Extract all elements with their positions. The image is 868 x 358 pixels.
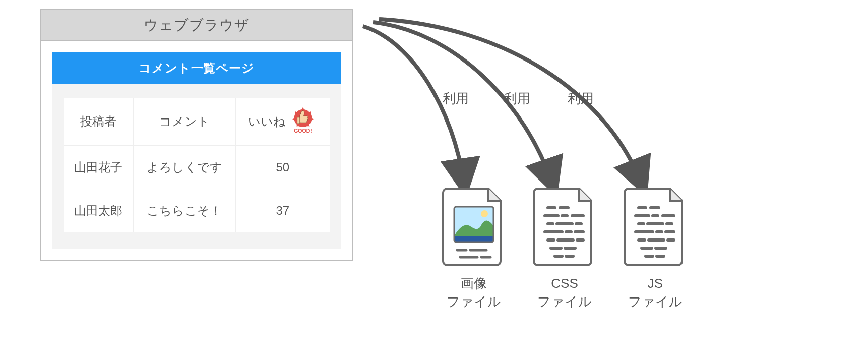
col-comment: コメント — [133, 98, 235, 146]
cell-comment: こちらこそ！ — [133, 189, 235, 232]
arrow-label-3: 利用 — [568, 90, 594, 107]
page-title: コメント一覧ページ — [139, 60, 255, 76]
file-image-label: 画像 ファイル — [447, 274, 501, 311]
browser-body: コメント一覧ページ 投稿者 コメント いいね — [41, 41, 352, 260]
arrow-label-2: 利用 — [504, 90, 530, 107]
image-file-icon — [442, 187, 506, 269]
table-header-row: 投稿者 コメント いいね — [64, 98, 330, 146]
comments-table: 投稿者 コメント いいね — [64, 98, 330, 232]
cell-comment: よろしくです — [133, 146, 235, 189]
svg-point-4 — [481, 210, 488, 217]
browser-titlebar: ウェブブラウザ — [41, 10, 352, 41]
good-badge-text: GOOD! — [294, 128, 313, 134]
arrow-label-1: 利用 — [443, 90, 469, 107]
files-row: 画像 ファイル CSS ファイル — [433, 187, 696, 311]
file-js-label: JS ファイル — [628, 274, 683, 311]
file-image: 画像 ファイル — [433, 187, 514, 311]
js-file-icon — [624, 187, 687, 269]
cell-likes: 50 — [235, 146, 330, 189]
file-css: CSS ファイル — [524, 187, 605, 311]
col-likes: いいね — [235, 98, 330, 146]
file-js: JS ファイル — [615, 187, 696, 311]
file-css-label: CSS ファイル — [537, 274, 592, 311]
table-row: 山田花子 よろしくです 50 — [64, 146, 330, 189]
css-file-icon — [533, 187, 596, 269]
browser-window: ウェブブラウザ コメント一覧ページ 投稿者 コメント いいね — [40, 9, 353, 261]
thumbs-up-good-icon: GOOD! — [289, 106, 317, 137]
cell-poster: 山田太郎 — [64, 189, 133, 232]
cell-poster: 山田花子 — [64, 146, 133, 189]
svg-rect-1 — [297, 117, 300, 124]
svg-rect-3 — [454, 236, 493, 242]
browser-title: ウェブブラウザ — [144, 16, 250, 35]
col-likes-label: いいね — [248, 113, 286, 130]
page-title-bar: コメント一覧ページ — [52, 52, 341, 84]
page-content: 投稿者 コメント いいね — [52, 84, 341, 249]
cell-likes: 37 — [235, 189, 330, 232]
col-poster: 投稿者 — [64, 98, 133, 146]
table-row: 山田太郎 こちらこそ！ 37 — [64, 189, 330, 232]
